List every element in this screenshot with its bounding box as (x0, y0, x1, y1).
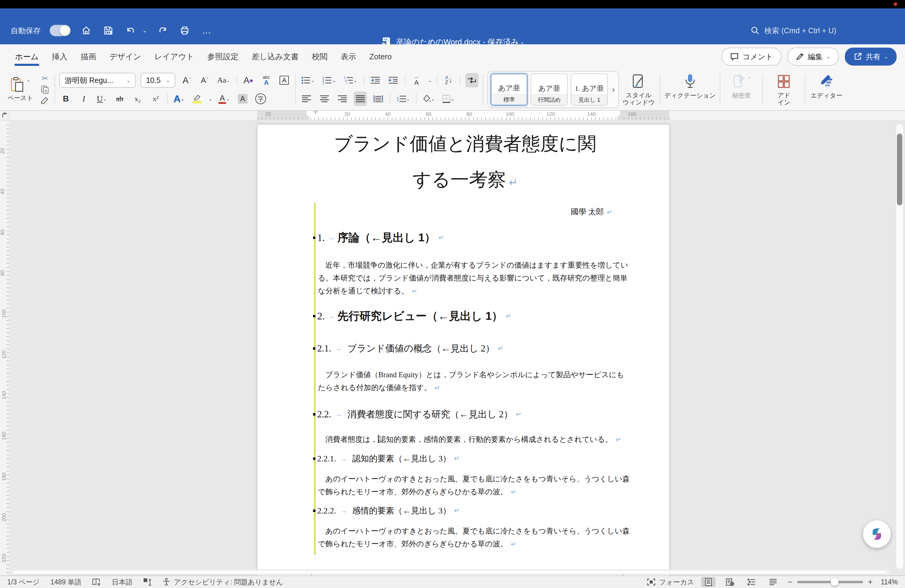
print-layout-view-button[interactable] (701, 577, 716, 587)
style-card-行間詰め[interactable]: あア亜行間詰め (530, 73, 568, 106)
style-card-見出し 1[interactable]: 1. あア亜見出し 1 (571, 73, 608, 106)
paragraph[interactable]: ブランド価値（Brand Equity）とは，ブランド名やシンボルによって製品や… (318, 368, 612, 394)
clear-formatting-button[interactable]: A◆ (242, 73, 255, 87)
copilot-button[interactable] (863, 520, 891, 548)
font-color-button[interactable]: A⌄ (217, 92, 231, 106)
more-commands-icon[interactable]: … (200, 24, 213, 37)
dictation-button[interactable]: ディクテーション (664, 71, 716, 108)
heading-2.[interactable]: 2.→先行研究レビュー（←見出し 1）↵ (313, 308, 511, 324)
align-left-button[interactable] (300, 92, 313, 106)
edit-mode-button[interactable]: 編集 ⌄ (788, 48, 838, 65)
sort-button[interactable]: AZ↓ (442, 73, 455, 87)
tab-差し込み文書[interactable]: 差し込み文書 (245, 44, 305, 69)
undo-chevron-icon[interactable]: ⌄ (143, 27, 147, 34)
proofing-status-icon[interactable] (92, 578, 101, 586)
page-indicator[interactable]: 1/3 ページ (7, 577, 40, 587)
tab-描画[interactable]: 描画 (74, 44, 103, 69)
draft-view-button[interactable] (766, 577, 780, 587)
justify-button[interactable] (354, 92, 367, 106)
share-button[interactable]: 共有 ⌄ (845, 48, 897, 65)
tab-挿入[interactable]: 挿入 (45, 44, 74, 69)
grow-font-button[interactable]: Aˆ (180, 73, 193, 87)
style-card-標準[interactable]: あア亜標準 (491, 73, 528, 106)
save-icon[interactable] (102, 24, 115, 37)
tab-校閲[interactable]: 校閲 (305, 44, 334, 69)
editor-button[interactable]: エディター (810, 71, 843, 108)
document-canvas[interactable]: ブランド価値と消費者態度に関する一考察↵ 國學 太郎↵ 1.→序論（←見出し 1… (9, 120, 905, 575)
enclose-characters-button[interactable]: A (278, 73, 291, 87)
heading-1.[interactable]: 1.→序論（←見出し 1）↵ (313, 230, 444, 245)
cut-icon[interactable]: ✂ (40, 73, 50, 84)
copy-icon[interactable] (40, 84, 50, 95)
zoom-out-button[interactable]: − (788, 577, 792, 587)
character-shading-button[interactable]: A (236, 92, 249, 106)
strikethrough-button[interactable]: ab (113, 92, 126, 106)
align-center-button[interactable] (318, 92, 331, 106)
format-painter-icon[interactable] (40, 95, 50, 106)
web-layout-view-button[interactable] (723, 577, 737, 587)
decrease-indent-button[interactable] (369, 73, 382, 87)
shading-button[interactable]: ⌄ (421, 92, 436, 106)
highlight-chevron-icon[interactable]: ⌄ (209, 96, 213, 102)
tab-参照設定[interactable]: 参照設定 (201, 44, 245, 69)
paragraph[interactable]: 近年，市場競争の激化に伴い，企業が有するブランドの価値はますます重要性を増してい… (318, 259, 612, 297)
tab-表示[interactable]: 表示 (334, 44, 363, 69)
zoom-slider[interactable] (797, 581, 863, 583)
zoom-level[interactable]: 114% (878, 578, 898, 586)
character-width-chevron-icon[interactable]: ⌄ (428, 78, 432, 83)
paragraph[interactable]: 消費者態度は，認知的要素，感情的要素，行動的要素から構成されるとされている。↵ (318, 433, 612, 446)
bullet-list-button[interactable]: ⌄ (300, 73, 316, 87)
zoom-in-button[interactable]: + (868, 577, 873, 587)
increase-indent-button[interactable] (387, 73, 400, 87)
undo-icon[interactable] (124, 24, 137, 37)
multilevel-list-button[interactable]: 1ai ⌄ (342, 73, 359, 87)
horizontal-scrollbar-thumb[interactable] (13, 570, 886, 574)
change-case-button[interactable]: Aa⌄ (216, 73, 232, 87)
line-spacing-button[interactable]: ↕ ⌄ (395, 92, 411, 106)
heading-2.2.2.[interactable]: 2.2.2.→感情的要素（←見出し 3）↵ (313, 505, 459, 517)
language-indicator[interactable]: 日本語 (112, 577, 133, 587)
paragraph[interactable]: あのイーハトーヴォのすきとおった風、夏でも底に冷たさをもつ青いそら、うつくしい森… (318, 472, 612, 499)
underline-button[interactable]: U⌄ (95, 92, 108, 106)
horizontal-scrollbar[interactable] (11, 569, 891, 575)
style-window-button[interactable]: スタイルウィンドウ (622, 71, 656, 108)
accessibility-status[interactable]: アクセシビリティ: 問題ありません (162, 577, 283, 587)
superscript-button[interactable]: x² (149, 92, 162, 106)
bold-button[interactable]: B (59, 92, 72, 106)
tab-selector[interactable] (0, 111, 10, 120)
phonetic-guide-button[interactable]: abcA (260, 73, 273, 87)
autosave-toggle[interactable] (50, 25, 71, 36)
vertical-scrollbar-thumb[interactable] (897, 133, 902, 205)
search-field[interactable]: 検索 (Cmd + Ctrl + U) (751, 26, 894, 36)
numbered-list-button[interactable]: 123 ⌄ (321, 73, 337, 87)
italic-button[interactable]: I (77, 92, 90, 106)
paragraph[interactable]: あのイーハトーヴォのすきとおった風、夏でも底に冷たさをもつ青いそら、うつくしい森… (318, 524, 612, 551)
addins-button[interactable]: アドイン (767, 71, 800, 108)
sensitivity-button[interactable]: ⌄ 秘密度 (724, 71, 758, 108)
text-effects-button[interactable]: A⌄ (172, 92, 186, 106)
paste-button[interactable]: ⌄ ペースト (3, 71, 37, 108)
subscript-button[interactable]: x₂ (131, 92, 144, 106)
font-name-select[interactable]: 游明朝 Regu... ⌄ (59, 73, 136, 88)
styles-gallery-more-icon[interactable]: › (611, 85, 616, 94)
heading-2.2.1.[interactable]: 2.2.1.→認知的要素（←見出し 3）↵ (313, 453, 459, 465)
document-heading-title[interactable]: ブランド価値と消費者態度に関する一考察↵ (318, 126, 612, 200)
horizontal-ruler[interactable]: 2020406080100120140160 (0, 111, 905, 120)
shrink-font-button[interactable]: Aˇ (198, 73, 211, 87)
vertical-scrollbar[interactable] (895, 123, 904, 569)
character-width-button[interactable]: ↔A (410, 73, 423, 87)
comments-button[interactable]: コメント (722, 48, 781, 65)
heading-2.2.[interactable]: 2.2.→消費者態度に関する研究（←見出し 2）↵ (313, 408, 521, 421)
outline-view-button[interactable] (744, 577, 759, 587)
text-highlight-button[interactable] (191, 92, 204, 106)
distribute-text-button[interactable] (372, 92, 385, 106)
word-count[interactable]: 1489 単語 (50, 577, 81, 587)
document-page[interactable]: ブランド価値と消費者態度に関する一考察↵ 國學 太郎↵ 1.→序論（←見出し 1… (257, 124, 669, 575)
tab-レイアウト[interactable]: レイアウト (148, 44, 201, 69)
tab-Zotero[interactable]: Zotero (363, 44, 399, 69)
font-size-select[interactable]: 10.5 ⌄ (141, 73, 175, 88)
tab-ホーム[interactable]: ホーム (8, 44, 45, 69)
tab-デザイン[interactable]: デザイン (103, 44, 148, 69)
borders-button[interactable]: ⌄ (441, 92, 456, 106)
align-right-button[interactable] (336, 92, 349, 106)
